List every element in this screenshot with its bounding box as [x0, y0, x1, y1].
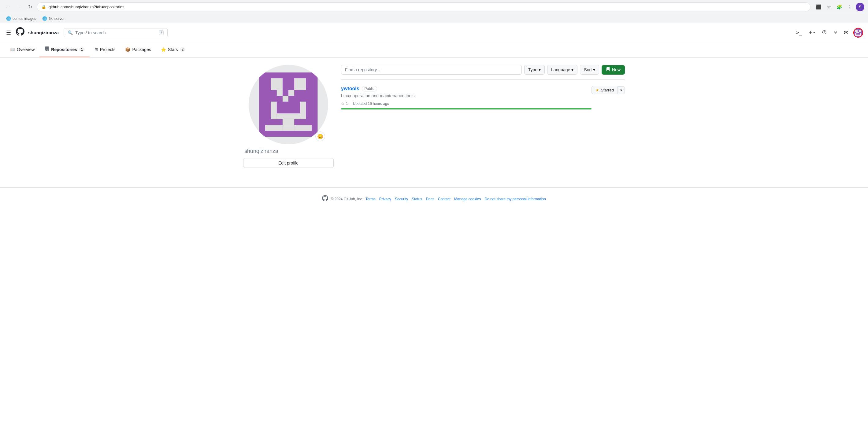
starred-star-icon: ★ [595, 88, 599, 92]
pullrequest-button[interactable]: ⑂ [832, 29, 839, 37]
tab-overview[interactable]: 📖 Overview [5, 43, 39, 57]
svg-rect-10 [294, 78, 306, 90]
star-count-icon: ☆ [341, 101, 345, 106]
tab-stars[interactable]: ⭐ Stars 2 [156, 43, 190, 57]
footer-link-terms[interactable]: Terms [366, 197, 376, 201]
svg-rect-14 [271, 101, 277, 119]
tab-repositories[interactable]: Repositories 1 [39, 42, 90, 57]
terminal-button[interactable]: >_ [794, 28, 804, 37]
language-bar [341, 108, 591, 110]
profile-nav: 📖 Overview Repositories 1 ⊞ Projects 📦 P… [0, 42, 868, 58]
svg-rect-19 [265, 125, 283, 131]
sort-filter-chevron: ▾ [593, 67, 595, 72]
footer-link-docs[interactable]: Docs [426, 197, 434, 201]
svg-rect-12 [288, 90, 294, 96]
footer-link-manage-cookies[interactable]: Manage cookies [454, 197, 481, 201]
footer-link-contact[interactable]: Contact [438, 197, 451, 201]
find-repository-input[interactable] [341, 65, 522, 74]
avatar-pixel-art [258, 72, 319, 137]
search-icon: 🔍 [68, 30, 73, 35]
browser-chrome: ← → ↻ 🔒 github.com/shunqiziranza?tab=rep… [0, 0, 868, 14]
starred-button-container: ★ Starred ▾ [591, 86, 625, 94]
cast-icon[interactable]: ⬛ [814, 3, 823, 11]
bookmark-globe-icon-2: 🌐 [42, 16, 47, 21]
new-dropdown-button[interactable]: + ▾ [807, 28, 817, 37]
repo-updated-meta: Updated 16 hours ago [353, 101, 389, 106]
repo-item-header: ywtools Public Linux operation and maint… [341, 86, 625, 110]
bookmark-globe-icon-1: 🌐 [6, 16, 11, 21]
gh-header-actions: >_ + ▾ ⏱ ⑂ ✉ [794, 28, 863, 38]
bookmark-label-1: centos images [12, 17, 36, 21]
starred-dropdown-button[interactable]: ▾ [618, 86, 625, 94]
plus-icon: + [809, 29, 812, 36]
repo-list-container: Type ▾ Language ▾ Sort ▾ New [341, 65, 625, 168]
star-page-icon[interactable]: ☆ [825, 3, 833, 11]
sort-filter-button[interactable]: Sort ▾ [580, 65, 599, 74]
repositories-count-badge: 1 [79, 48, 85, 52]
edit-profile-button[interactable]: Edit profile [243, 158, 334, 168]
tab-projects[interactable]: ⊞ Projects [90, 43, 121, 57]
header-username[interactable]: shunqiziranza [28, 30, 59, 35]
type-filter-label: Type [528, 67, 537, 72]
gh-header: ☰ shunqiziranza 🔍 Type / to search / >_ … [0, 23, 868, 42]
timer-button[interactable]: ⏱ [820, 28, 829, 37]
footer-link-do-not-share[interactable]: Do not share my personal information [485, 197, 546, 201]
bookmarks-bar: 🌐 centos images 🌐 file server [0, 14, 868, 23]
tab-repositories-label: Repositories [51, 47, 77, 52]
footer-link-security[interactable]: Security [395, 197, 408, 201]
svg-rect-18 [283, 125, 294, 131]
footer-link-privacy[interactable]: Privacy [379, 197, 391, 201]
avatar-edit-button[interactable]: 😊 [315, 131, 325, 141]
svg-rect-1 [855, 30, 858, 32]
new-repository-button[interactable]: New [601, 65, 625, 74]
avatar-container: 😊 [249, 65, 328, 144]
browser-actions: ⬛ ☆ 🧩 ⋮ S [814, 3, 864, 11]
back-button[interactable]: ← [4, 3, 12, 11]
header-search-box[interactable]: 🔍 Type / to search / [64, 28, 167, 37]
svg-rect-6 [860, 33, 861, 36]
repo-filters: Type ▾ Language ▾ Sort ▾ New [341, 65, 625, 74]
repo-description: Linux operation and maintenance tools [341, 93, 591, 98]
github-logo[interactable] [16, 27, 25, 38]
hamburger-menu-button[interactable]: ☰ [5, 28, 12, 37]
new-btn-content: + ▾ [809, 29, 815, 36]
browser-avatar[interactable]: S [856, 3, 864, 11]
search-slash-badge: / [159, 30, 164, 35]
svg-rect-3 [857, 32, 858, 33]
inbox-button[interactable]: ✉ [842, 28, 850, 37]
forward-button[interactable]: → [15, 3, 23, 11]
search-box-content: 🔍 Type / to search [68, 30, 157, 35]
svg-rect-7 [857, 35, 860, 36]
profile-sidebar: 😊 shunqiziranza Edit profile [243, 65, 334, 168]
bookmark-centos-images[interactable]: 🌐 centos images [4, 15, 38, 22]
repo-updated-text: Updated 16 hours ago [353, 101, 389, 106]
starred-dropdown-chevron: ▾ [620, 88, 622, 92]
profile-icon[interactable]: ⋮ [845, 3, 854, 11]
language-filter-label: Language [551, 67, 570, 72]
tab-projects-label: Projects [100, 47, 116, 52]
repo-name-row: ywtools Public [341, 86, 591, 91]
address-bar[interactable]: 🔒 github.com/shunqiziranza?tab=repositor… [37, 2, 810, 11]
reload-button[interactable]: ↻ [26, 3, 34, 11]
user-avatar-header[interactable] [853, 28, 863, 38]
footer-copyright: © 2024 GitHub, Inc. [331, 197, 363, 201]
language-filter-chevron: ▾ [571, 67, 574, 72]
svg-rect-20 [294, 125, 312, 131]
tab-packages-label: Packages [132, 47, 151, 52]
bookmark-file-server[interactable]: 🌐 file server [40, 15, 67, 22]
lock-icon: 🔒 [41, 5, 46, 9]
gh-footer: © 2024 GitHub, Inc. Terms Privacy Securi… [0, 187, 868, 210]
gh-header-left: ☰ shunqiziranza [5, 27, 59, 38]
starred-button[interactable]: ★ Starred [591, 86, 618, 94]
repo-meta: ☆ 1 Updated 16 hours ago [341, 101, 591, 106]
language-filter-button[interactable]: Language ▾ [547, 65, 578, 74]
footer-link-status[interactable]: Status [412, 197, 422, 201]
repo-name-link[interactable]: ywtools [341, 86, 360, 91]
svg-rect-13 [283, 96, 288, 101]
stars-icon: ⭐ [161, 47, 166, 52]
type-filter-button[interactable]: Type ▾ [524, 65, 545, 74]
extension-icon[interactable]: 🧩 [835, 3, 843, 11]
stars-count-badge: 2 [180, 48, 186, 52]
tab-packages[interactable]: 📦 Packages [120, 43, 156, 57]
main-content: 😊 shunqiziranza Edit profile Type ▾ Lang… [238, 58, 630, 175]
